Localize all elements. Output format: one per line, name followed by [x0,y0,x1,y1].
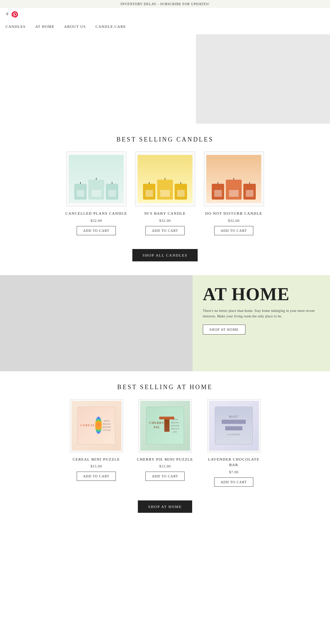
social-bar: + [0,8,330,21]
product-name-cancelled: CANCELLED PLANS CANDLE [65,211,127,216]
hero-right-panel [196,34,330,124]
candles-products-grid: CANCELLED PLANS CANDLE $32.00 ADD TO CAR… [0,151,330,242]
nav-at-home[interactable]: AT HOME [35,24,54,29]
add-to-cart-90sbaby[interactable]: ADD TO CART [145,226,185,235]
product-card-cancelled-plans: CANCELLED PLANS CANDLE $32.00 ADD TO CAR… [62,151,131,242]
product-price-90sbaby: $32.00 [159,218,171,223]
add-to-cart-cereal[interactable]: ADD TO CART [77,472,116,481]
product-price-cereal: $15.00 [90,464,102,468]
shop-at-home-bottom-button[interactable]: SHOP AT HOME [138,500,192,513]
main-nav: CANDLES AT HOME ABOUT US CANDLE CARE [0,21,330,34]
add-to-cart-chocolate[interactable]: ADD TO CART [214,477,254,487]
product-name-donotdisturb: DO NOT DISTURB CANDLE [205,211,262,216]
product-image-cancelled [66,151,126,206]
nav-candle-care[interactable]: CANDLE CARE [96,24,126,29]
top-banner: INVENTORY DELAY - SUBSCRIBE FOR UPDATES! [0,0,330,8]
shop-at-home-button[interactable]: SHOP AT HOME [203,325,245,335]
nav-candles[interactable]: CANDLES [6,24,25,29]
product-name-chocolate: LAVENDER CHOCOLATE BAR [203,456,265,468]
hero-section [0,34,330,124]
product-image-donotdisturb [204,151,264,206]
shop-at-home-btn-container: SHOP AT HOME [0,500,330,513]
product-image-cherrypie: CHERRYPIE mini jigsaw puzzle cherry pie [139,399,192,452]
product-card-donotdisturb: DO NOT DISTURB CANDLE $32.00 ADD TO CART [199,151,268,242]
at-home-promo-section: AT HOME There's no better place than hom… [0,275,330,371]
at-home-title: AT HOME [203,285,320,303]
nav-about-us[interactable]: ABOUT US [64,24,86,29]
product-price-donotdisturb: $32.00 [228,218,240,223]
add-to-cart-cherrypie[interactable]: ADD TO CART [145,472,185,481]
product-image-chocolate: MAST LAVENDER [207,399,261,452]
at-home-description: There's no better place than home. Stay … [203,308,320,319]
product-image-90sbaby [135,151,195,206]
product-name-cherrypie: CHERRY PIE MINI PUZZLE [137,456,193,462]
pinterest-icon[interactable] [12,11,18,18]
product-price-cherrypie: $15.00 [159,464,171,468]
at-home-left-image [0,275,206,371]
product-name-90sbaby: 90'S BABY CANDLE [144,211,186,216]
shop-all-candles-container: SHOP ALL CANDLES [0,249,330,261]
candles-section-title: BEST SELLING CANDLES [0,124,330,151]
add-to-cart-cancelled[interactable]: ADD TO CART [77,226,116,235]
at-home-section-title: BEST SELLING AT HOME [0,371,330,399]
shop-all-candles-button[interactable]: SHOP ALL CANDLES [132,249,198,261]
product-image-cereal: CEREAL mini jigsaw puzzle cereal [70,399,123,452]
product-price-cancelled: $32.00 [90,218,102,223]
at-home-products-grid: CEREAL mini jigsaw puzzle cereal CEREAL … [0,399,330,494]
plus-icon[interactable]: + [6,11,9,18]
product-name-cereal: CEREAL MINI PUZZLE [73,456,120,462]
product-card-cereal: CEREAL mini jigsaw puzzle cereal CEREAL … [62,399,131,494]
product-price-chocolate: $7.00 [229,470,239,474]
at-home-right-panel: AT HOME There's no better place than hom… [192,275,330,371]
add-to-cart-donotdisturb[interactable]: ADD TO CART [214,226,254,235]
product-card-cherrypie: CHERRYPIE mini jigsaw puzzle cherry pie … [131,399,199,494]
product-card-chocolate: MAST LAVENDER LAVENDER CHOCOLATE BAR $7.… [199,399,268,494]
product-card-90sbaby: 90'S BABY CANDLE $32.00 ADD TO CART [131,151,199,242]
